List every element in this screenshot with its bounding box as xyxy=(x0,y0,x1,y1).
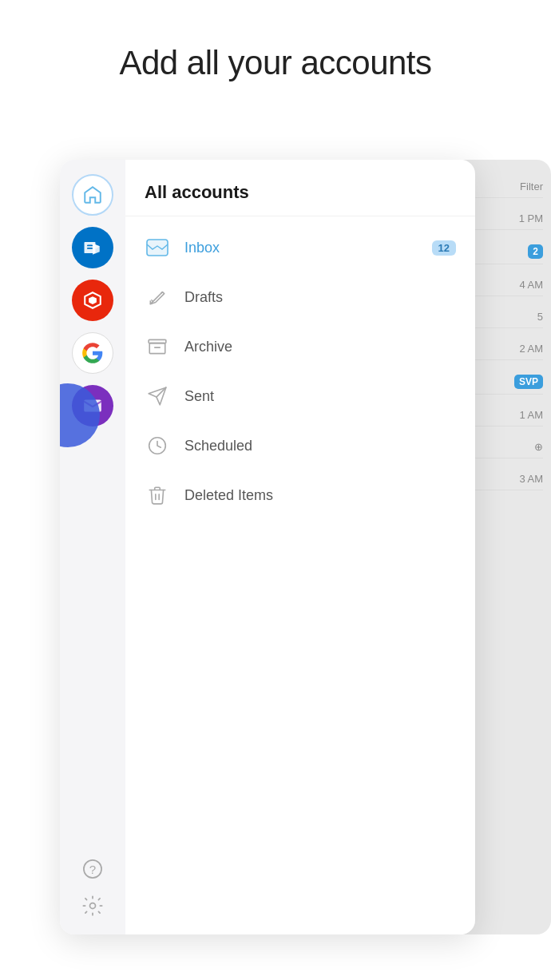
right-row: 4 AM xyxy=(471,274,543,296)
right-row: 1 PM xyxy=(471,208,543,230)
svg-marker-4 xyxy=(89,296,97,304)
sent-label: Sent xyxy=(184,388,214,405)
svg-rect-15 xyxy=(149,343,165,354)
archive-icon xyxy=(145,334,170,359)
sidebar-item-google[interactable] xyxy=(72,332,113,374)
scheduled-label: Scheduled xyxy=(184,438,252,454)
archive-label: Archive xyxy=(184,339,232,355)
page-title: Add all your accounts xyxy=(0,0,551,82)
svg-line-13 xyxy=(151,300,153,301)
menu-header: All accounts xyxy=(125,160,475,216)
menu-item-inbox[interactable]: Inbox 12 xyxy=(125,223,475,272)
scheduled-icon xyxy=(145,433,170,458)
svg-point-9 xyxy=(90,903,96,909)
settings-button[interactable] xyxy=(81,895,104,917)
right-row: 2 AM xyxy=(471,338,543,360)
main-card: ? All accounts I xyxy=(60,160,475,934)
menu-item-deleted[interactable]: Deleted Items xyxy=(125,470,475,520)
right-row: Filter xyxy=(471,176,543,198)
drafts-icon xyxy=(145,284,170,310)
menu-item-scheduled[interactable]: Scheduled xyxy=(125,421,475,470)
inbox-badge: 12 xyxy=(432,240,456,256)
right-row: 1 AM xyxy=(471,404,543,427)
right-row: ⊕ xyxy=(471,436,543,458)
svg-rect-1 xyxy=(87,245,93,247)
menu-item-drafts[interactable]: Drafts xyxy=(125,272,475,322)
drafts-label: Drafts xyxy=(184,289,223,306)
right-row: 5 xyxy=(471,306,543,328)
sidebar-item-office365[interactable] xyxy=(72,280,113,321)
deleted-icon xyxy=(145,482,170,508)
inbox-label: Inbox xyxy=(184,240,220,256)
inbox-icon xyxy=(145,235,170,260)
background-email-list: Filter 1 PM 2 4 AM 5 2 AM SVP 1 AM ⊕ 3 A… xyxy=(463,160,551,934)
svg-rect-2 xyxy=(87,248,93,249)
sidebar-bottom: ? xyxy=(81,858,104,934)
svg-line-11 xyxy=(161,292,162,294)
right-row: 3 AM xyxy=(471,468,543,490)
sidebar: ? xyxy=(60,160,125,934)
right-row: SVP xyxy=(471,370,543,395)
menu-item-archive[interactable]: Archive xyxy=(125,322,475,371)
help-button[interactable]: ? xyxy=(81,858,104,880)
menu-item-sent[interactable]: Sent xyxy=(125,371,475,421)
sent-icon xyxy=(145,383,170,409)
menu-items-list: Inbox 12 Drafts xyxy=(125,216,475,934)
svg-text:?: ? xyxy=(89,863,96,876)
sidebar-item-outlook[interactable] xyxy=(72,227,113,268)
deleted-label: Deleted Items xyxy=(184,487,273,504)
right-row: 2 xyxy=(471,240,543,264)
menu-panel: All accounts Inbox 12 xyxy=(125,160,475,934)
sidebar-item-home[interactable] xyxy=(72,174,113,216)
